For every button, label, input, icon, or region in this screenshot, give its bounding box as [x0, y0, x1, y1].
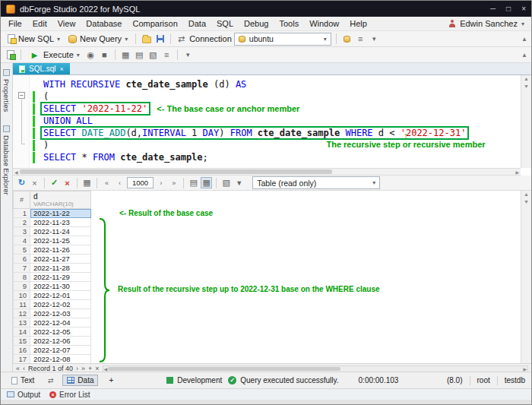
- table-row[interactable]: 92022-11-30: [14, 282, 91, 291]
- rollback-icon[interactable]: ×: [62, 177, 73, 188]
- cell-d[interactable]: 2022-11-23: [30, 218, 91, 227]
- table-row[interactable]: 162022-12-07: [14, 346, 91, 355]
- page-size-input[interactable]: 1000: [127, 177, 154, 188]
- outline-icon[interactable]: ≡: [161, 49, 173, 61]
- add-view-tab[interactable]: +: [104, 375, 118, 386]
- minimize-button[interactable]: ─: [490, 5, 496, 13]
- cell-d[interactable]: 2022-12-06: [30, 337, 91, 346]
- format-options-icon[interactable]: ▾: [182, 49, 194, 61]
- status-database[interactable]: testdb: [505, 376, 525, 384]
- cell-d[interactable]: 2022-11-30: [30, 282, 91, 291]
- menu-item-window[interactable]: Window: [304, 17, 344, 30]
- cell-d[interactable]: 2022-11-26: [30, 245, 91, 255]
- code-line[interactable]: SELECT '2022-11-22'<- The base case or a…: [31, 103, 521, 115]
- menu-item-comparison[interactable]: Comparison: [127, 17, 182, 30]
- menu-item-file[interactable]: File: [3, 17, 27, 30]
- scrollbar-thumb[interactable]: [108, 367, 340, 371]
- scrollbar-thumb[interactable]: [20, 169, 333, 174]
- close-button[interactable]: ×: [521, 5, 526, 13]
- menu-item-help[interactable]: Help: [344, 17, 372, 30]
- new-sql-button[interactable]: New SQL ▾: [5, 33, 63, 44]
- scroll-up-icon[interactable]: ▲: [521, 191, 531, 198]
- environment-indicator[interactable]: Development: [166, 376, 222, 384]
- error-list-tab[interactable]: × Error List: [49, 391, 90, 399]
- cell-d[interactable]: 2022-12-01: [30, 291, 91, 300]
- cell-d[interactable]: 2022-12-07: [30, 346, 91, 355]
- toolbar-overflow-icon[interactable]: ▲: [521, 52, 527, 59]
- cell-d[interactable]: 2022-11-22: [30, 209, 91, 218]
- new-query-button[interactable]: New Query ▾: [65, 33, 131, 44]
- scroll-up-icon[interactable]: ▲: [521, 75, 531, 83]
- table-mode-dropdown[interactable]: Table (read only) ▾: [252, 176, 380, 189]
- table-row[interactable]: 172022-12-08: [14, 355, 91, 364]
- maximize-button[interactable]: □: [506, 5, 511, 13]
- results-layout-icon[interactable]: ▦: [120, 49, 131, 61]
- output-tab[interactable]: Output: [7, 391, 40, 399]
- stop-icon[interactable]: ■: [99, 49, 110, 61]
- table-row[interactable]: 52022-11-26: [14, 245, 91, 255]
- table-row[interactable]: 32022-11-24: [14, 227, 91, 236]
- view-tab-text[interactable]: Text: [7, 375, 39, 386]
- menu-item-tools[interactable]: Tools: [274, 17, 304, 30]
- next-page-icon[interactable]: ›: [155, 177, 166, 188]
- cancel-icon[interactable]: ×: [29, 177, 40, 188]
- code-line[interactable]: UNION ALL: [31, 115, 521, 127]
- view-tab-data[interactable]: Data: [62, 375, 98, 386]
- table-row[interactable]: 42022-11-25: [14, 236, 91, 245]
- cell-d[interactable]: 2022-12-05: [30, 327, 91, 337]
- menu-item-view[interactable]: View: [52, 17, 81, 30]
- open-file-icon[interactable]: [141, 33, 152, 45]
- last-page-icon[interactable]: »: [168, 177, 179, 188]
- sql-editor[interactable]: − WITH RECURSIVE cte_date_sample (d) AS(…: [13, 75, 521, 168]
- execute-button[interactable]: ▶ Execute ▾: [26, 49, 83, 62]
- new-document-icon[interactable]: [5, 49, 16, 61]
- layout-alt-icon[interactable]: ▤: [134, 49, 145, 61]
- grid-view-icon[interactable]: ▦: [201, 177, 212, 188]
- user-account[interactable]: Edwin Sanchez ▾: [448, 19, 529, 28]
- code-line[interactable]: SELECT * FROM cte_date_sample;: [31, 151, 521, 163]
- cell-d[interactable]: 2022-12-02: [30, 300, 91, 309]
- sidebar-tab-properties[interactable]: Properties: [1, 66, 12, 115]
- filter-icon[interactable]: ▼: [233, 177, 245, 188]
- editor-horizontal-scrollbar[interactable]: ◀ ▶: [13, 168, 521, 176]
- cell-d[interactable]: 2022-11-29: [30, 273, 91, 282]
- cell-d[interactable]: 2022-12-04: [30, 318, 91, 327]
- scroll-right-icon[interactable]: ▶: [523, 366, 527, 372]
- menu-item-sql[interactable]: SQL: [211, 17, 239, 30]
- status-user[interactable]: root: [477, 376, 490, 384]
- code-line[interactable]: WITH RECURSIVE cte_date_sample (d) AS: [31, 78, 521, 90]
- connection-dropdown[interactable]: ubuntu ▾: [234, 33, 331, 46]
- swap-view-icon[interactable]: ⇄: [45, 375, 56, 386]
- menu-item-data[interactable]: Data: [183, 17, 211, 30]
- scroll-right-icon[interactable]: ▶: [515, 169, 519, 175]
- toolbar-options-icon[interactable]: ▾: [369, 33, 380, 45]
- scroll-left-icon[interactable]: ◀: [104, 366, 108, 372]
- menu-item-database[interactable]: Database: [81, 17, 127, 30]
- data-table[interactable]: # d VARCHAR(10) 12022-11-2222022-11-2332…: [13, 191, 91, 363]
- grid-options-icon[interactable]: ▦: [81, 177, 93, 188]
- save-icon[interactable]: [154, 33, 166, 45]
- find-icon[interactable]: ▧: [220, 177, 232, 188]
- table-row[interactable]: 112022-12-02: [14, 300, 91, 309]
- tab-sql-file[interactable]: SQL.sql ×: [13, 63, 70, 74]
- layout-cols-icon[interactable]: ▧: [147, 49, 159, 61]
- cell-d[interactable]: 2022-12-03: [30, 309, 91, 318]
- table-row[interactable]: 82022-11-29: [14, 273, 91, 282]
- table-row[interactable]: 62022-11-27: [14, 255, 91, 264]
- refresh-icon[interactable]: ↻: [16, 177, 27, 188]
- cell-d[interactable]: 2022-11-24: [30, 227, 91, 236]
- scroll-down-icon[interactable]: ▼: [521, 198, 531, 206]
- cell-d[interactable]: 2022-11-25: [30, 236, 91, 245]
- cell-d[interactable]: 2022-12-08: [30, 355, 91, 364]
- sync-connection-icon[interactable]: ⇄: [176, 33, 187, 45]
- grid-vertical-scrollbar[interactable]: ▲ ▼: [521, 191, 531, 363]
- card-view-icon[interactable]: ▤: [188, 177, 199, 188]
- cell-d[interactable]: 2022-11-28: [30, 264, 91, 273]
- prev-page-icon[interactable]: ‹: [114, 177, 125, 188]
- code-line[interactable]: (: [31, 90, 521, 103]
- table-row[interactable]: 72022-11-28: [14, 264, 91, 273]
- toolbar-overflow-icon[interactable]: ▲: [521, 36, 527, 43]
- table-row[interactable]: 152022-12-06: [14, 337, 91, 346]
- scroll-down-icon[interactable]: ▼: [521, 83, 531, 90]
- table-row[interactable]: 142022-12-05: [14, 327, 91, 337]
